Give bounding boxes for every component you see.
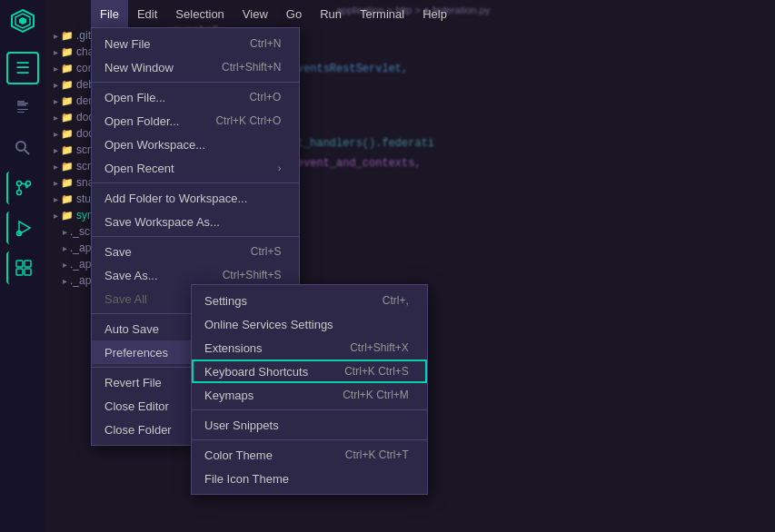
file-menu-button[interactable]: File: [91, 0, 128, 27]
hamburger-menu-icon[interactable]: ☰: [6, 52, 39, 84]
menu-separator: [92, 236, 299, 237]
svg-point-8: [16, 142, 25, 151]
svg-point-10: [17, 191, 22, 195]
source-control-icon[interactable]: [6, 172, 39, 204]
open-folder-item[interactable]: Open Folder... Ctrl+K Ctrl+O: [92, 109, 299, 133]
save-workspace-item[interactable]: Save Workspace As...: [92, 210, 299, 233]
svg-rect-4: [17, 103, 28, 104]
selection-menu-button[interactable]: Selection: [166, 0, 233, 27]
svg-rect-16: [25, 261, 31, 267]
search-icon[interactable]: [6, 132, 39, 164]
files-icon[interactable]: [6, 92, 39, 124]
title-bar: File Edit Selection View Go Run Terminal…: [91, 0, 456, 27]
svg-point-11: [26, 182, 31, 186]
open-workspace-item[interactable]: Open Workspace...: [92, 133, 299, 156]
menu-separator: [92, 182, 299, 183]
new-window-item[interactable]: New Window Ctrl+Shift+N: [92, 55, 299, 79]
settings-item[interactable]: Settings Ctrl+,: [192, 289, 427, 312]
activity-bar: ☰: [0, 0, 45, 532]
svg-line-9: [25, 150, 29, 154]
keymaps-item[interactable]: Keymaps Ctrl+K Ctrl+M: [192, 383, 427, 407]
svg-rect-18: [25, 269, 31, 275]
help-menu-button[interactable]: Help: [413, 0, 456, 27]
go-menu-button[interactable]: Go: [277, 0, 311, 27]
keyboard-shortcuts-item[interactable]: Keyboard Shortcuts Ctrl+K Ctrl+S: [192, 360, 427, 383]
edit-menu-button[interactable]: Edit: [128, 0, 166, 27]
menu-separator: [192, 409, 427, 410]
svg-rect-6: [17, 109, 28, 110]
extensions-icon[interactable]: [6, 251, 39, 284]
online-services-item[interactable]: Online Services Settings: [192, 312, 427, 336]
file-icon-theme-item[interactable]: File Icon Theme: [192, 467, 427, 490]
svg-rect-17: [16, 269, 23, 275]
svg-rect-5: [17, 104, 26, 106]
terminal-menu-button[interactable]: Terminal: [351, 0, 413, 27]
run-debug-icon[interactable]: [6, 212, 39, 244]
user-snippets-item[interactable]: User Snippets: [192, 413, 427, 437]
open-file-item[interactable]: Open File... Ctrl+O: [92, 85, 299, 109]
view-menu-button[interactable]: View: [233, 0, 277, 27]
svg-rect-3: [17, 101, 25, 103]
new-file-item[interactable]: New File Ctrl+N: [92, 32, 299, 55]
run-menu-button[interactable]: Run: [311, 0, 351, 27]
preferences-submenu: Settings Ctrl+, Online Services Settings…: [191, 284, 428, 495]
open-recent-item[interactable]: Open Recent ›: [92, 156, 299, 180]
extensions-pref-item[interactable]: Extensions Ctrl+Shift+X: [192, 336, 427, 360]
add-folder-item[interactable]: Add Folder to Workspace...: [92, 186, 299, 210]
svg-rect-15: [16, 261, 23, 267]
menu-separator: [92, 82, 299, 83]
color-theme-item[interactable]: Color Theme Ctrl+K Ctrl+T: [192, 443, 427, 467]
menu-separator: [192, 439, 427, 440]
save-item[interactable]: Save Ctrl+S: [92, 240, 299, 263]
app-logo: [6, 5, 39, 37]
svg-rect-7: [17, 112, 25, 113]
menu-overlay: File Edit Selection View Go Run Terminal…: [45, 0, 775, 532]
svg-point-12: [17, 182, 22, 186]
